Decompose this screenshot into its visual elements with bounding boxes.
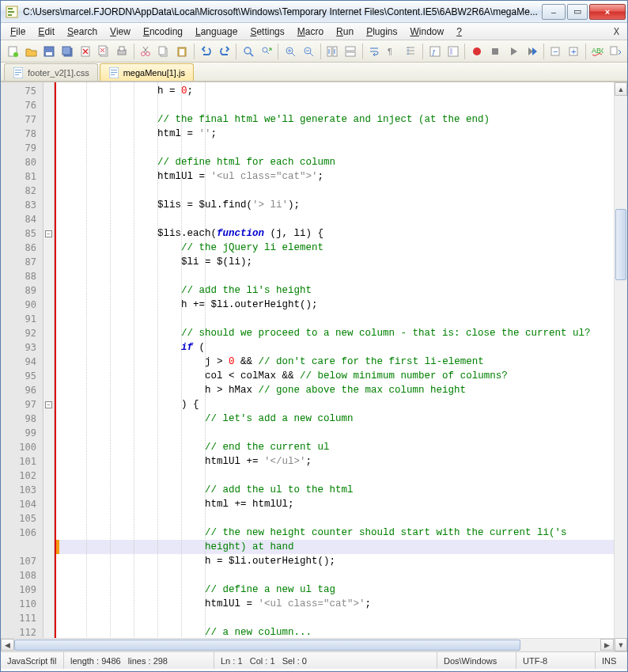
code-line[interactable]: htmlUl = '<ul class="cat">'; <box>59 597 627 611</box>
tab-footer-css[interactable]: footer_v2[1].css <box>4 63 98 81</box>
fold-button[interactable]: − <box>547 43 564 60</box>
code-line[interactable] <box>59 611 627 625</box>
tab-megamenu-js[interactable]: megaMenu[1].js <box>100 63 194 81</box>
play-button[interactable] <box>505 43 521 60</box>
code-line[interactable]: // the jQuery li element <box>59 241 627 255</box>
code-line[interactable]: // add the li's height <box>59 283 627 298</box>
horizontal-scrollbar[interactable]: ◀ ▶ <box>1 638 614 651</box>
menu-run[interactable]: Run <box>330 25 360 39</box>
code-line[interactable]: if ( <box>59 340 627 355</box>
code-line[interactable] <box>59 312 627 326</box>
wrap-button[interactable] <box>366 43 383 60</box>
code-line[interactable] <box>59 568 627 583</box>
code-line[interactable]: // should we proceed to a new column - t… <box>59 326 627 340</box>
scroll-down-button[interactable]: ▼ <box>615 638 627 651</box>
code-line[interactable]: h = $li.outerHeight(); <box>59 554 627 568</box>
all-chars-button[interactable]: ¶ <box>384 43 401 60</box>
code-line[interactable]: html = ''; <box>59 127 627 141</box>
fold-toggle[interactable]: − <box>45 230 52 237</box>
sync-v-button[interactable] <box>324 43 341 60</box>
save-all-button[interactable] <box>59 43 75 60</box>
menu-plugins[interactable]: Plugins <box>360 25 403 39</box>
menu-search[interactable]: Search <box>61 25 104 39</box>
fold-toggle[interactable]: − <box>45 401 52 408</box>
replace-button[interactable] <box>258 43 274 60</box>
menu-view[interactable]: View <box>104 25 137 39</box>
menu-settings[interactable]: Settings <box>244 25 290 39</box>
scroll-thumb-h[interactable] <box>14 640 520 651</box>
play-multi-button[interactable] <box>523 43 539 60</box>
save-button[interactable] <box>40 43 57 60</box>
code-line[interactable] <box>59 426 627 440</box>
code-line[interactable] <box>59 269 627 283</box>
spell-button[interactable]: ABC <box>589 43 606 60</box>
menu-encoding[interactable]: Encoding <box>137 25 189 39</box>
code-line[interactable]: ) { <box>59 397 627 412</box>
code-line[interactable]: $lis = $ul.find('> li'); <box>59 198 627 212</box>
code-line[interactable]: // add the ul to the html <box>59 483 627 497</box>
menu-macro[interactable]: Macro <box>291 25 330 39</box>
open-button[interactable] <box>22 43 39 60</box>
copy-button[interactable] <box>156 43 172 60</box>
find-button[interactable] <box>240 43 256 60</box>
zoom-out-button[interactable] <box>300 43 316 60</box>
code-line[interactable]: col < colMax && // below minimum number … <box>59 369 627 383</box>
close-document-button[interactable]: X <box>609 25 624 39</box>
code-line[interactable]: // end the current ul <box>59 440 627 454</box>
zoom-in-button[interactable] <box>282 43 298 60</box>
vertical-scrollbar[interactable]: ▲ ▼ <box>614 82 627 651</box>
menu-edit[interactable]: Edit <box>32 25 61 39</box>
code-line[interactable]: html += htmlUl; <box>59 497 627 511</box>
code-line[interactable]: h > hMax // gone above the max column he… <box>59 383 627 397</box>
menu-?[interactable]: ? <box>450 25 468 39</box>
menu-file[interactable]: File <box>4 25 32 39</box>
code-line[interactable] <box>59 511 627 526</box>
code-line[interactable] <box>59 469 627 483</box>
code-line[interactable] <box>59 98 627 112</box>
code-line[interactable]: htmlUl = '<ul class="cat">'; <box>59 169 627 184</box>
code-line[interactable] <box>59 212 627 226</box>
unfold-button[interactable]: + <box>566 43 582 60</box>
new-button[interactable] <box>4 43 21 60</box>
minimize-button[interactable]: – <box>542 4 566 20</box>
rec-button[interactable] <box>468 43 485 60</box>
code-line[interactable]: h = 0; <box>59 84 627 98</box>
scroll-up-button[interactable]: ▲ <box>615 82 627 96</box>
indent-guide-button[interactable] <box>403 43 419 60</box>
menu-window[interactable]: Window <box>404 25 451 39</box>
code-line[interactable] <box>59 184 627 198</box>
code-line[interactable]: j > 0 && // don't care for the first li-… <box>59 355 627 369</box>
doc-switch-button[interactable] <box>607 43 624 60</box>
menu-language[interactable]: Language <box>189 25 244 39</box>
code-line[interactable]: height) at hand <box>59 540 627 554</box>
code-area[interactable]: h = 0; // the final html we'll generate … <box>59 82 627 651</box>
sync-h-button[interactable] <box>342 43 359 60</box>
stop-button[interactable] <box>486 43 503 60</box>
scroll-right-button[interactable]: ▶ <box>600 639 614 651</box>
fold-gutter[interactable]: −− <box>44 82 55 651</box>
close-button[interactable] <box>77 43 93 60</box>
code-line[interactable]: // the final html we'll generate and inj… <box>59 112 627 127</box>
close-all-button[interactable] <box>96 43 112 60</box>
undo-button[interactable] <box>198 43 214 60</box>
code-line[interactable]: htmlUl += '</ul>'; <box>59 454 627 469</box>
code-line[interactable]: $lis.each(function (j, li) { <box>59 226 627 241</box>
scroll-thumb[interactable] <box>615 209 626 280</box>
maximize-button[interactable]: ▭ <box>567 4 588 20</box>
lang-button[interactable]: ƒ <box>426 43 443 60</box>
code-line[interactable]: // define html for each column <box>59 155 627 169</box>
cut-button[interactable] <box>138 43 154 60</box>
code-line[interactable]: $li = $(li); <box>59 255 627 269</box>
print-button[interactable] <box>114 43 131 60</box>
scroll-left-button[interactable]: ◀ <box>1 639 14 651</box>
code-line[interactable]: // let's add a new column <box>59 412 627 426</box>
paste-button[interactable] <box>174 43 191 60</box>
close-window-button[interactable]: × <box>589 4 626 20</box>
code-line[interactable]: // define a new ul tag <box>59 583 627 597</box>
code-line[interactable]: // the new height counter should start w… <box>59 526 627 540</box>
code-line[interactable]: h += $li.outerHeight(); <box>59 298 627 312</box>
code-editor[interactable]: 7576777879808182838485868788899091929394… <box>1 82 627 651</box>
code-line[interactable] <box>59 141 627 155</box>
doc-map-button[interactable] <box>445 43 461 60</box>
redo-button[interactable] <box>216 43 233 60</box>
